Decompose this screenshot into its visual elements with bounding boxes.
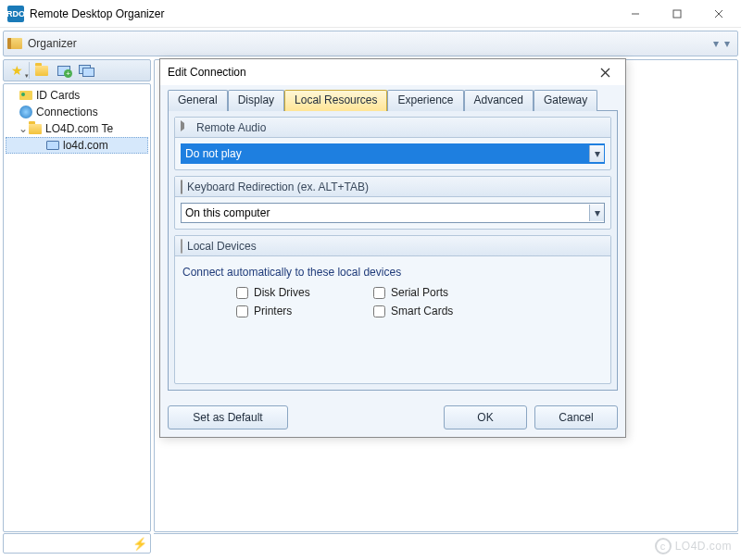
set-default-button[interactable]: Set as Default xyxy=(168,405,288,429)
toolbar-separator xyxy=(29,62,30,79)
watermark: cLO4D.com xyxy=(655,538,732,554)
ok-button[interactable]: OK xyxy=(444,405,527,429)
book-icon xyxy=(7,37,24,50)
tree-label: Connections xyxy=(36,106,98,118)
checkbox-input[interactable] xyxy=(236,287,248,299)
dialog-button-bar: Set as Default OK Cancel xyxy=(160,398,625,437)
tab-panel-local-resources: Remote Audio Do not play ▾ Keyboard Redi… xyxy=(168,111,618,391)
tab-gateway[interactable]: Gateway xyxy=(534,90,597,111)
chevron-down-icon: ▾ xyxy=(589,145,604,162)
checkbox-input[interactable] xyxy=(373,305,385,317)
status-bar: ⚡ xyxy=(3,533,738,557)
checkbox-label: Disk Drives xyxy=(254,286,310,299)
lightning-icon: ⚡ xyxy=(132,537,147,551)
combo-value: On this computer xyxy=(185,206,589,219)
sidebar: ★ ID Cards Connections ⌄ LO4D.com Te xyxy=(3,59,151,532)
expand-caret-icon[interactable]: ⌄ xyxy=(19,122,28,135)
dialog-tabs: General Display Local Resources Experien… xyxy=(168,89,618,111)
tab-advanced[interactable]: Advanced xyxy=(464,90,534,111)
titlebar: RDO Remote Desktop Organizer xyxy=(0,0,741,28)
tab-experience[interactable]: Experience xyxy=(387,90,463,111)
panel-toggle-chevrons[interactable]: ▾ ▾ xyxy=(713,37,734,50)
app-icon: RDO xyxy=(7,6,24,22)
tree-item-connection[interactable]: lo4d.com xyxy=(6,137,148,154)
remote-audio-section: Remote Audio Do not play ▾ xyxy=(174,117,611,170)
remote-audio-combo[interactable]: Do not play ▾ xyxy=(181,143,605,164)
keyboard-redirection-section: Keyboard Redirection (ex. ALT+TAB) On th… xyxy=(174,176,611,230)
folder-icon xyxy=(28,122,43,135)
globe-icon xyxy=(19,106,33,118)
local-devices-description: Connect automatically to these local dev… xyxy=(182,266,603,279)
close-button[interactable] xyxy=(697,1,739,27)
checkbox-input[interactable] xyxy=(236,305,248,317)
tree-label: ID Cards xyxy=(36,89,80,102)
dialog-close-button[interactable] xyxy=(592,61,618,83)
tree-label: lo4d.com xyxy=(63,139,108,152)
tree-item-folder[interactable]: ⌄ LO4D.com Te xyxy=(6,120,148,137)
chevron-down-icon: ▾ xyxy=(724,37,730,50)
status-line xyxy=(154,533,738,554)
dialog-titlebar: Edit Connection xyxy=(160,59,625,85)
dialog-title: Edit Connection xyxy=(168,66,592,79)
drive-icon xyxy=(181,240,182,253)
tab-display[interactable]: Display xyxy=(228,90,284,111)
organizer-label: Organizer xyxy=(28,37,77,50)
tree-item-connections[interactable]: Connections xyxy=(6,104,148,120)
sidebar-toolbar: ★ xyxy=(3,59,151,81)
edit-connection-dialog: Edit Connection General Display Local Re… xyxy=(159,58,626,438)
monitor-icon xyxy=(45,139,60,152)
new-connection-button[interactable] xyxy=(54,61,74,80)
checkbox-label: Serial Ports xyxy=(391,286,448,299)
cancel-button[interactable]: Cancel xyxy=(534,405,618,429)
checkbox-disk-drives[interactable]: Disk Drives xyxy=(236,286,366,299)
favorites-button[interactable]: ★ xyxy=(6,61,27,80)
checkbox-label: Printers xyxy=(254,305,292,317)
idcard-icon xyxy=(19,89,33,102)
checkbox-input[interactable] xyxy=(373,287,385,299)
maximize-button[interactable] xyxy=(656,1,697,27)
chevron-down-icon: ▾ xyxy=(713,37,719,50)
svg-rect-1 xyxy=(673,10,681,18)
checkbox-printers[interactable]: Printers xyxy=(236,305,366,317)
window-title: Remote Desktop Organizer xyxy=(30,7,614,20)
tab-general[interactable]: General xyxy=(168,90,228,111)
section-title: Local Devices xyxy=(187,240,257,253)
new-folder-button[interactable] xyxy=(31,61,52,80)
speaker-icon xyxy=(181,120,192,134)
section-title: Keyboard Redirection (ex. ALT+TAB) xyxy=(187,180,369,193)
chevron-down-icon: ▾ xyxy=(589,205,604,221)
keyboard-icon xyxy=(181,180,182,193)
minimize-button[interactable] xyxy=(614,1,656,27)
local-devices-section: Local Devices Connect automatically to t… xyxy=(174,235,611,384)
tree-label: LO4D.com Te xyxy=(45,122,113,135)
connections-view-button[interactable] xyxy=(76,61,96,80)
keyboard-redirection-combo[interactable]: On this computer ▾ xyxy=(181,203,605,223)
tree-item-idcards[interactable]: ID Cards xyxy=(6,87,148,104)
connection-tree[interactable]: ID Cards Connections ⌄ LO4D.com Te lo4d.… xyxy=(3,83,151,532)
checkbox-smart-cards[interactable]: Smart Cards xyxy=(373,305,503,317)
tab-local-resources[interactable]: Local Resources xyxy=(284,90,387,111)
combo-value: Do not play xyxy=(185,147,589,160)
checkbox-label: Smart Cards xyxy=(391,305,453,317)
organizer-menubar[interactable]: Organizer ▾ ▾ xyxy=(3,31,738,56)
section-title: Remote Audio xyxy=(196,121,266,134)
checkbox-serial-ports[interactable]: Serial Ports xyxy=(373,286,503,299)
filter-input[interactable]: ⚡ xyxy=(3,533,151,554)
